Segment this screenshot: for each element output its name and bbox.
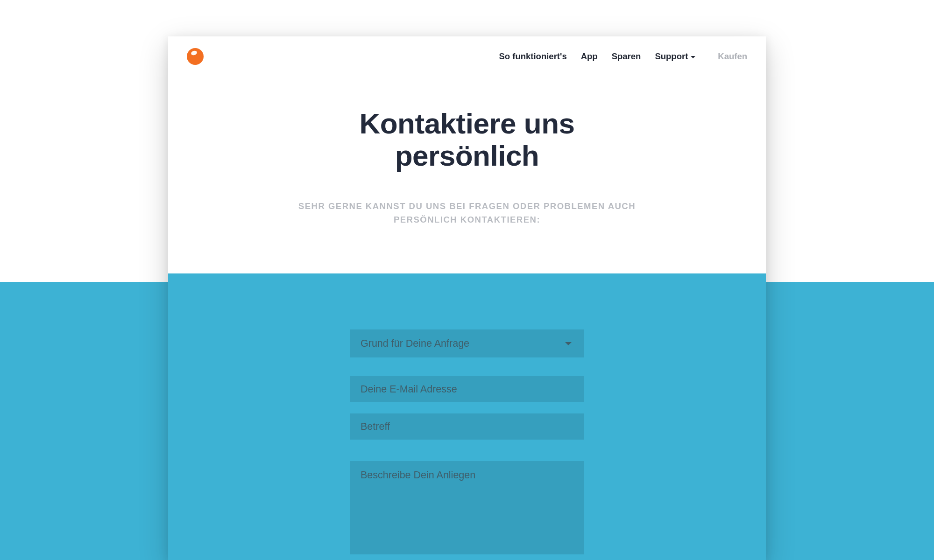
page-title: Kontaktiere uns persönlich [168,107,766,172]
nav-link-label: So funktioniert's [499,51,566,62]
subtitle-line1: SEHR GERNE KANNST DU UNS BEI FRAGEN ODER… [298,201,636,211]
contact-form: Grund für Deine Anfrage [350,273,584,556]
message-field[interactable] [350,461,584,554]
nav-link-label: Kaufen [718,51,747,62]
nav-save[interactable]: Sparen [612,51,641,62]
chevron-down-icon [565,342,572,345]
nav-link-label: Sparen [612,51,641,62]
nav-buy[interactable]: Kaufen [718,51,747,62]
nav-link-label: App [581,51,598,62]
reason-select-label: Grund für Deine Anfrage [361,338,469,350]
subject-field[interactable] [350,413,584,440]
content-card: So funktioniert's App Sparen Support Kau… [168,36,766,560]
form-area: Grund für Deine Anfrage [168,273,766,560]
chevron-down-icon [691,56,695,58]
nav-app[interactable]: App [581,51,598,62]
email-field[interactable] [350,376,584,402]
nav-support[interactable]: Support [655,51,695,62]
title-line2: persönlich [395,140,539,172]
logo-icon[interactable] [187,48,204,65]
reason-select[interactable]: Grund für Deine Anfrage [350,329,584,357]
nav-link-label: Support [655,51,688,62]
page-subtitle: SEHR GERNE KANNST DU UNS BEI FRAGEN ODER… [168,199,766,227]
top-nav: So funktioniert's App Sparen Support Kau… [168,36,766,77]
nav-how-it-works[interactable]: So funktioniert's [499,51,566,62]
nav-links: So funktioniert's App Sparen Support Kau… [499,51,747,62]
hero-section: Kontaktiere uns persönlich SEHR GERNE KA… [168,77,766,227]
title-line1: Kontaktiere uns [359,107,574,140]
subtitle-line2: PERSÖNLICH KONTAKTIEREN: [394,215,540,224]
